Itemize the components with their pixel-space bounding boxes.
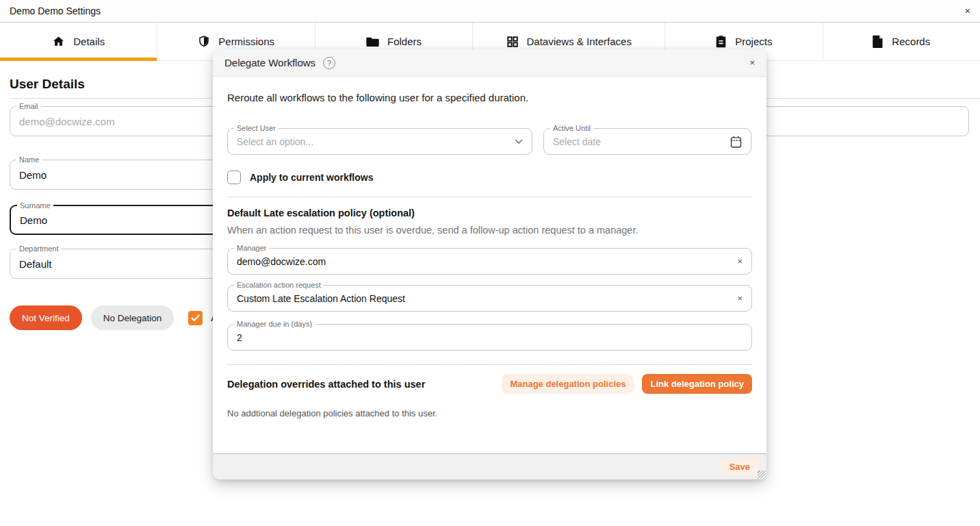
- not-verified-badge: Not Verified: [10, 305, 82, 330]
- select-user-label: Select User: [234, 123, 279, 133]
- help-icon[interactable]: ?: [323, 57, 335, 69]
- delegate-workflows-modal: Delegate Workflows ? × Reroute all workf…: [213, 49, 766, 479]
- no-delegation-badge: No Delegation: [91, 305, 175, 330]
- window-titlebar: Demo Demo Settings ×: [0, 0, 980, 23]
- department-field-value: Default: [19, 258, 52, 270]
- shield-icon: [198, 35, 210, 48]
- calendar-icon[interactable]: [730, 136, 742, 148]
- name-field-value: Demo: [19, 169, 47, 181]
- active-until-placeholder: Select date: [553, 136, 601, 147]
- folder-icon: [366, 36, 379, 47]
- user-duration-row: Select User Select an option... Active U…: [227, 128, 752, 155]
- save-button[interactable]: Save: [720, 458, 760, 476]
- escalation-action-request-field[interactable]: Escalation action request Custom Late Es…: [227, 285, 752, 312]
- modal-header[interactable]: Delegate Workflows ? ×: [213, 49, 766, 77]
- window-close-icon[interactable]: ×: [965, 6, 970, 16]
- modal-close-icon[interactable]: ×: [749, 58, 755, 68]
- delegation-overrides-row: Delegation overrides attached to this us…: [227, 374, 752, 394]
- window-title: Demo Demo Settings: [10, 5, 101, 16]
- email-field-label: Email: [16, 101, 41, 111]
- tab-label: Projects: [735, 36, 772, 47]
- active-until-label: Active Until: [550, 123, 593, 133]
- active-until-field[interactable]: Active Until Select date: [543, 128, 751, 155]
- home-icon: [52, 35, 65, 48]
- tab-label: Folders: [387, 36, 422, 47]
- document-icon: [873, 35, 884, 48]
- apply-current-workflows-row: Apply to current workflows: [227, 171, 752, 184]
- select-user-dropdown[interactable]: Select User Select an option...: [227, 128, 532, 155]
- section-divider: [227, 197, 752, 197]
- modal-body: Reroute all workflows to the following u…: [213, 77, 766, 453]
- manager-field-label: Manager: [234, 243, 269, 253]
- manage-delegation-policies-button[interactable]: Manage delegation policies: [502, 374, 634, 394]
- modal-intro-text: Reroute all workflows to the following u…: [227, 92, 752, 103]
- status-badges-row: Not Verified No Delegation Active: [10, 305, 241, 330]
- delegation-overrides-buttons: Manage delegation policies Link delegati…: [502, 374, 752, 394]
- delegation-overrides-heading: Delegation overrides attached to this us…: [227, 379, 425, 390]
- escalation-section-description: When an action request to this user is o…: [227, 225, 752, 236]
- resize-handle[interactable]: [758, 471, 766, 479]
- escalation-action-request-label: Escalation action request: [234, 280, 324, 290]
- manager-due-days-field[interactable]: Manager due in (days) 2: [227, 324, 752, 351]
- surname-field-value: Demo: [20, 214, 47, 226]
- page-title: User Details: [10, 77, 85, 92]
- tab-label: Dataviews & Interfaces: [527, 36, 632, 47]
- name-field-label: Name: [16, 155, 42, 164]
- modal-footer: Save: [213, 453, 766, 479]
- no-delegation-policies-text: No addtional delegation policies attache…: [227, 408, 752, 418]
- surname-field-label: Surname: [17, 201, 53, 210]
- email-field-value: demo@docwize.com: [19, 116, 114, 127]
- tab-records[interactable]: Records: [823, 23, 980, 60]
- chevron-down-icon[interactable]: [515, 139, 523, 145]
- tab-label: Records: [892, 36, 930, 47]
- tab-label: Permissions: [218, 36, 274, 47]
- clear-action-request-icon[interactable]: ×: [737, 293, 743, 303]
- manager-field-value: demo@docwize.com: [237, 256, 326, 267]
- apply-current-workflows-checkbox[interactable]: [227, 171, 241, 184]
- apply-current-workflows-label: Apply to current workflows: [250, 172, 373, 183]
- select-user-placeholder: Select an option...: [237, 136, 313, 147]
- modal-title: Delegate Workflows: [224, 57, 315, 68]
- clear-manager-icon[interactable]: ×: [737, 256, 743, 266]
- escalation-section-heading: Default Late escalation policy (optional…: [227, 208, 752, 218]
- manager-field[interactable]: Manager demo@docwize.com ×: [227, 248, 752, 275]
- dotted-divider: [227, 364, 752, 365]
- tab-label: Details: [73, 36, 105, 47]
- grid-icon: [506, 36, 519, 48]
- active-checkbox[interactable]: [188, 311, 203, 325]
- manager-due-days-value: 2: [237, 332, 242, 343]
- tab-details[interactable]: Details: [0, 23, 157, 60]
- link-delegation-policy-button[interactable]: Link delegation policy: [642, 374, 752, 394]
- manager-due-days-label: Manager due in (days): [234, 319, 315, 329]
- clipboard-icon: [715, 35, 727, 48]
- escalation-action-request-value: Custom Late Escalation Action Request: [237, 293, 405, 304]
- department-field-label: Department: [16, 244, 61, 253]
